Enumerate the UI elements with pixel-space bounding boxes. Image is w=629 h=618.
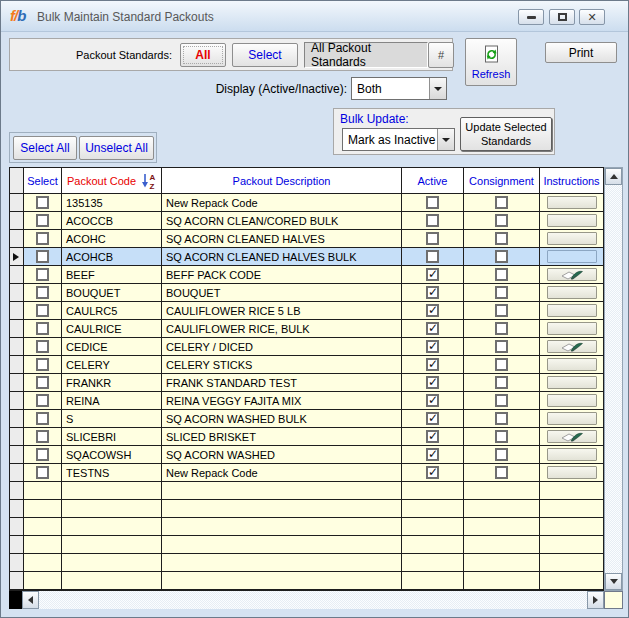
vertical-scrollbar[interactable] [604, 167, 623, 591]
instructions-button[interactable] [547, 268, 597, 281]
consignment-checkbox[interactable] [495, 394, 508, 407]
instructions-button[interactable] [547, 232, 597, 245]
select-checkbox[interactable] [36, 214, 49, 227]
table-row[interactable]: SLICEBRISLICED BRISKET [10, 428, 603, 446]
refresh-button[interactable]: Refresh [465, 38, 517, 86]
column-header-consignment[interactable]: Consignment [464, 168, 540, 193]
consignment-checkbox[interactable] [495, 358, 508, 371]
instructions-button[interactable] [547, 376, 597, 389]
active-checkbox[interactable] [426, 340, 439, 353]
row-selector-cell[interactable] [10, 212, 24, 229]
instructions-button[interactable] [547, 196, 597, 209]
row-selector-cell[interactable] [10, 356, 24, 373]
consignment-checkbox[interactable] [495, 376, 508, 389]
instructions-button[interactable] [547, 322, 597, 335]
print-button[interactable]: Print [545, 42, 617, 63]
maximize-button[interactable] [549, 9, 575, 25]
row-selector-cell[interactable] [10, 266, 24, 283]
active-checkbox[interactable] [426, 322, 439, 335]
select-checkbox[interactable] [36, 466, 49, 479]
column-header-instructions[interactable]: Instructions [540, 168, 603, 193]
empty-table-row[interactable] [10, 518, 603, 536]
select-checkbox[interactable] [36, 232, 49, 245]
consignment-checkbox[interactable] [495, 412, 508, 425]
table-row[interactable]: SSQ ACORN WASHED BULK [10, 410, 603, 428]
table-row[interactable]: ACOCCBSQ ACORN CLEAN/CORED BULK [10, 212, 603, 230]
select-checkbox[interactable] [36, 394, 49, 407]
bulk-action-combobox[interactable]: Mark as Inactive [342, 128, 455, 151]
select-checkbox[interactable] [36, 286, 49, 299]
row-selector-cell[interactable] [10, 446, 24, 463]
instructions-button[interactable] [547, 412, 597, 425]
empty-table-row[interactable] [10, 572, 603, 590]
bulk-action-dropdown-button[interactable] [437, 129, 454, 150]
instructions-button[interactable] [547, 340, 597, 353]
instructions-button[interactable] [547, 214, 597, 227]
active-checkbox[interactable] [426, 448, 439, 461]
display-dropdown-button[interactable] [429, 78, 446, 99]
select-checkbox[interactable] [36, 196, 49, 209]
row-selector-cell[interactable] [10, 284, 24, 301]
active-checkbox[interactable] [426, 286, 439, 299]
select-checkbox[interactable] [36, 448, 49, 461]
table-row[interactable]: TESTNSNew Repack Code [10, 464, 603, 482]
table-row[interactable]: CAULRICECAULIFLOWER RICE, BULK [10, 320, 603, 338]
empty-table-row[interactable] [10, 482, 603, 500]
instructions-button[interactable] [547, 430, 597, 443]
instructions-button[interactable] [547, 286, 597, 299]
select-checkbox[interactable] [36, 376, 49, 389]
table-row[interactable]: 135135New Repack Code [10, 194, 603, 212]
select-checkbox[interactable] [36, 250, 49, 263]
consignment-checkbox[interactable] [495, 466, 508, 479]
consignment-checkbox[interactable] [495, 268, 508, 281]
row-selector-cell[interactable] [10, 320, 24, 337]
horizontal-scroll-track[interactable] [39, 591, 587, 609]
select-checkbox[interactable] [36, 268, 49, 281]
row-selector-cell[interactable] [10, 464, 24, 481]
select-checkbox[interactable] [36, 340, 49, 353]
consignment-checkbox[interactable] [495, 322, 508, 335]
sort-az-icon[interactable]: A Z [141, 172, 156, 189]
active-checkbox[interactable] [426, 268, 439, 281]
column-header-packout-code[interactable]: Packout Code A Z [62, 168, 162, 193]
scroll-left-button[interactable] [22, 591, 39, 609]
all-button[interactable]: All [180, 43, 226, 67]
consignment-checkbox[interactable] [495, 250, 508, 263]
select-checkbox[interactable] [36, 430, 49, 443]
scroll-right-button[interactable] [587, 591, 604, 609]
horizontal-scrollbar[interactable] [9, 591, 604, 609]
standards-filter-field[interactable]: All Packout Standards [304, 42, 428, 68]
select-checkbox[interactable] [36, 358, 49, 371]
empty-table-row[interactable] [10, 500, 603, 518]
row-selector-cell[interactable] [10, 374, 24, 391]
consignment-checkbox[interactable] [495, 304, 508, 317]
row-selector-cell[interactable] [10, 338, 24, 355]
active-checkbox[interactable] [426, 196, 439, 209]
active-checkbox[interactable] [426, 250, 439, 263]
consignment-checkbox[interactable] [495, 448, 508, 461]
active-checkbox[interactable] [426, 412, 439, 425]
row-selector-cell[interactable] [10, 194, 24, 211]
consignment-checkbox[interactable] [495, 196, 508, 209]
column-header-packout-description[interactable]: Packout Description [162, 168, 402, 193]
active-checkbox[interactable] [426, 304, 439, 317]
table-row[interactable]: BEEFBEFF PACK CODE [10, 266, 603, 284]
table-row[interactable]: CAULRC5CAULIFLOWER RICE 5 LB [10, 302, 603, 320]
table-row[interactable]: ACOHCBSQ ACORN CLEANED HALVES BULK [10, 248, 603, 266]
scroll-down-button[interactable] [605, 573, 622, 590]
active-checkbox[interactable] [426, 430, 439, 443]
table-row[interactable]: BOUQUETBOUQUET [10, 284, 603, 302]
hash-button[interactable]: # [428, 42, 454, 68]
consignment-checkbox[interactable] [495, 286, 508, 299]
select-button[interactable]: Select [232, 43, 298, 67]
consignment-checkbox[interactable] [495, 214, 508, 227]
active-checkbox[interactable] [426, 232, 439, 245]
instructions-button[interactable] [547, 304, 597, 317]
instructions-button[interactable] [547, 394, 597, 407]
row-selector-cell[interactable] [10, 392, 24, 409]
row-selector-cell[interactable] [10, 302, 24, 319]
close-button[interactable] [579, 9, 605, 25]
select-checkbox[interactable] [36, 412, 49, 425]
select-checkbox[interactable] [36, 322, 49, 335]
select-checkbox[interactable] [36, 304, 49, 317]
